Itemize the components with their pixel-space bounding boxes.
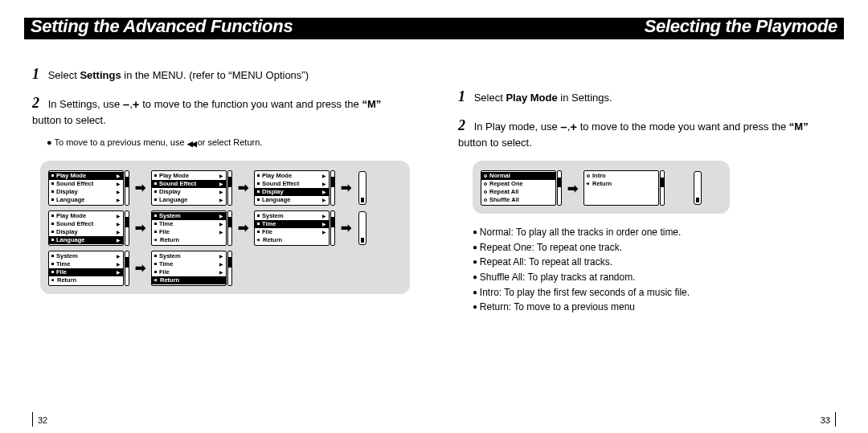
- step-bold: Settings: [80, 69, 121, 81]
- panel-row: System Time File Return ➡ System Time Fi…: [48, 251, 402, 286]
- left-note: ● To move to a previous menu, use or sel…: [47, 137, 410, 149]
- column-left: 1 Select Settings in the MENU. (refer to…: [32, 64, 410, 409]
- step-number: 2: [32, 93, 42, 112]
- pen-icon: [694, 171, 702, 205]
- note-text: or select Return.: [195, 137, 263, 147]
- scrollbar-icon: [330, 170, 335, 206]
- scrollbar-icon: [125, 210, 129, 246]
- column-right: 1 Select Play Mode in Settings. 2 In Pla…: [458, 64, 836, 409]
- panel-row: Normal Repeat One Repeat All Shuffle All…: [481, 170, 722, 206]
- arrow-right-icon: ➡: [134, 180, 146, 195]
- step-bold: “M”: [789, 121, 809, 133]
- step-text: to move to the mode you want and press t…: [580, 121, 789, 133]
- note-text: To move to a previous menu, use: [55, 137, 187, 147]
- menu-screen: System Time File Return: [48, 251, 129, 286]
- step-text: button to select.: [458, 137, 532, 149]
- scrollbar-icon: [227, 251, 232, 286]
- panel-row: Play Mode Sound Effect Display Language …: [48, 210, 402, 246]
- page-number-right: 33: [821, 412, 836, 427]
- scrollbar-icon: [125, 170, 129, 206]
- right-step-1: 1 Select Play Mode in Settings.: [458, 87, 836, 106]
- page-number-left: 32: [32, 412, 47, 427]
- menu-screen: Play Mode Sound Effect Display Language: [48, 210, 129, 246]
- plus-icon: [133, 96, 140, 112]
- header-title-left: Setting the Advanced Functions: [31, 16, 293, 37]
- step-number: 2: [458, 116, 468, 135]
- arrow-right-icon: ➡: [567, 181, 579, 196]
- step-text: button to select.: [32, 114, 106, 126]
- list-item: Normal: To play all the tracks in order …: [473, 225, 836, 240]
- step-text: In Settings, use: [48, 98, 123, 110]
- step-text: in the MENU. (refer to “MENU Options”): [121, 69, 309, 81]
- scrollbar-icon: [227, 210, 232, 246]
- header-title-right: Selecting the Playmode: [645, 16, 837, 37]
- pen-icon: [358, 211, 366, 245]
- menu-screen: Play Mode Sound Effect Display Language: [254, 170, 335, 206]
- menu-screen: System Time File Return: [151, 210, 232, 246]
- arrow-right-icon: ➡: [134, 260, 146, 276]
- left-illustration-panel: Play Mode Sound Effect Display Language …: [40, 161, 410, 294]
- scrollbar-icon: [557, 170, 562, 206]
- list-item: Shuffle All: To play tracks at random.: [473, 270, 836, 285]
- scrollbar-icon: [330, 210, 335, 246]
- step-number: 1: [32, 64, 42, 84]
- scrollbar-icon: [227, 170, 232, 206]
- scrollbar-icon: [125, 251, 129, 286]
- step-text: In Play mode, use: [474, 121, 561, 133]
- menu-screen: System Time File Return: [254, 210, 335, 246]
- step-text: in Settings.: [558, 92, 612, 104]
- arrow-right-icon: ➡: [237, 220, 249, 235]
- menu-screen: Intro Return: [583, 170, 665, 206]
- list-item: Repeat All: To repeat all tracks.: [473, 255, 836, 270]
- arrow-right-icon: ➡: [134, 220, 146, 235]
- panel-row: Play Mode Sound Effect Display Language …: [48, 170, 402, 206]
- list-item: Repeat One: To repeat one track.: [473, 240, 836, 255]
- pen-icon: [358, 171, 366, 205]
- list-item: Intro: To play the first few seconds of …: [473, 285, 836, 300]
- menu-screen: Play Mode Sound Effect Display Language: [151, 170, 232, 206]
- plus-icon: [570, 119, 577, 135]
- mode-descriptions: Normal: To play all the tracks in order …: [473, 225, 836, 315]
- arrow-right-icon: ➡: [340, 180, 352, 195]
- minus-icon: [560, 119, 567, 135]
- menu-screen: System Time File Return: [151, 251, 232, 286]
- arrow-right-icon: ➡: [237, 180, 249, 195]
- arrow-right-icon: ➡: [340, 220, 352, 235]
- step-bold: “M”: [362, 98, 381, 110]
- step-bold: Play Mode: [506, 92, 557, 104]
- menu-screen: Normal Repeat One Repeat All Shuffle All: [481, 170, 562, 206]
- step-text: Select: [474, 92, 506, 104]
- left-step-2: 2 In Settings, use , to move to the func…: [32, 93, 410, 127]
- menu-screen: Play Mode Sound Effect Display Language: [48, 170, 129, 206]
- left-step-1: 1 Select Settings in the MENU. (refer to…: [32, 64, 410, 84]
- step-text: to move to the function you want and pre…: [142, 98, 362, 110]
- list-item: Return: To move to a previous menu: [473, 300, 836, 315]
- step-text: Select: [48, 69, 80, 81]
- step-number: 1: [458, 87, 468, 106]
- minus-icon: [123, 96, 129, 112]
- page-header: Setting the Advanced Functions Selecting…: [24, 18, 844, 39]
- right-illustration-panel: Normal Repeat One Repeat All Shuffle All…: [473, 161, 730, 214]
- rewind-icon: [187, 137, 195, 149]
- page-columns: 1 Select Settings in the MENU. (refer to…: [32, 64, 836, 409]
- right-step-2: 2 In Play mode, use , to move to the mod…: [458, 116, 836, 149]
- scrollbar-icon: [660, 170, 665, 206]
